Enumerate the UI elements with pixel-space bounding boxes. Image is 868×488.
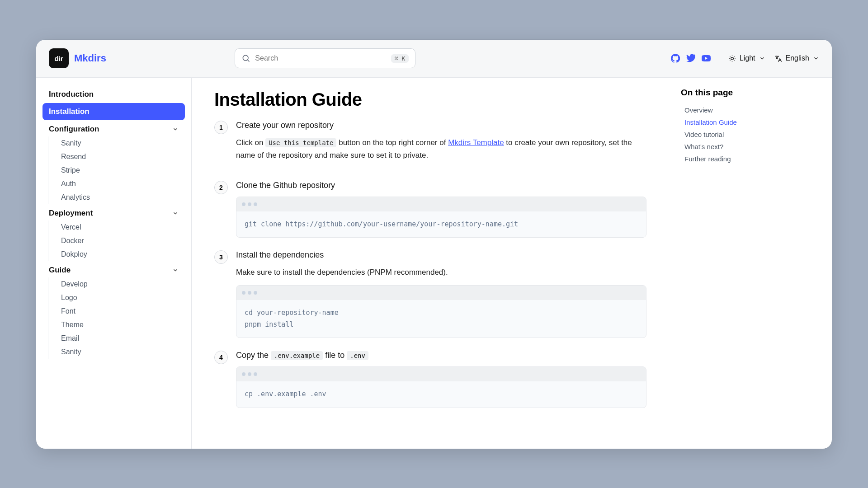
- page-title: Installation Guide: [214, 89, 646, 110]
- toc-item[interactable]: What's next?: [681, 141, 820, 153]
- theme-selector[interactable]: Light: [728, 54, 765, 62]
- step-number: 4: [214, 351, 228, 364]
- logo-area[interactable]: dir Mkdirs: [49, 48, 106, 68]
- inline-code: .env.example: [271, 351, 323, 360]
- code-block: cp .env.example .env: [236, 366, 646, 408]
- sidebar-subitem-stripe[interactable]: Stripe: [57, 164, 185, 177]
- code-bar: [236, 367, 646, 381]
- brand-name: Mkdirs: [74, 52, 106, 64]
- language-selector[interactable]: English: [774, 54, 819, 62]
- sidebar-section-deployment[interactable]: Deployment: [42, 204, 185, 221]
- sidebar-subitem-theme[interactable]: Theme: [57, 318, 185, 332]
- step-2: 2 Clone the Github repository git clone …: [214, 181, 646, 238]
- body: IntroductionInstallationConfigurationSan…: [36, 78, 832, 449]
- step-number: 3: [214, 250, 228, 264]
- youtube-icon[interactable]: [702, 54, 711, 63]
- sidebar-subitem-docker[interactable]: Docker: [57, 234, 185, 248]
- code-content[interactable]: git clone https://github.com/your-userna…: [236, 211, 646, 238]
- chevron-down-icon: [813, 55, 819, 61]
- toc-item[interactable]: Further reading: [681, 153, 820, 165]
- header: dir Mkdirs ⌘ K Light English: [36, 40, 832, 78]
- sidebar-subitem-font[interactable]: Font: [57, 305, 185, 318]
- step-number: 1: [214, 121, 228, 134]
- search-box[interactable]: ⌘ K: [235, 48, 415, 68]
- chevron-down-icon: [172, 126, 179, 132]
- step-number: 2: [214, 181, 228, 194]
- step-title: Install the dependencies: [236, 250, 646, 260]
- code-block: cd your-repository-name pnpm install: [236, 285, 646, 338]
- sidebar: IntroductionInstallationConfigurationSan…: [36, 78, 192, 449]
- chevron-down-icon: [759, 55, 765, 61]
- translate-icon: [774, 55, 782, 62]
- template-link[interactable]: Mkdirs Template: [448, 138, 504, 147]
- sidebar-subitem-auth[interactable]: Auth: [57, 177, 185, 191]
- toc-item[interactable]: Overview: [681, 104, 820, 116]
- chevron-down-icon: [172, 210, 179, 216]
- sun-icon: [728, 55, 736, 62]
- code-bar: [236, 197, 646, 211]
- sidebar-section-configuration[interactable]: Configuration: [42, 120, 185, 136]
- step-text: Make sure to install the dependencies (P…: [236, 266, 646, 279]
- step-1: 1 Create your own repository Click on Us…: [214, 121, 646, 168]
- step-text: Click on Use this template button on the…: [236, 136, 646, 162]
- github-icon[interactable]: [671, 54, 680, 63]
- sidebar-subitem-dokploy[interactable]: Dokploy: [57, 248, 185, 261]
- inline-code: Use this template: [265, 138, 336, 147]
- svg-point-1: [731, 57, 733, 60]
- search-icon: [241, 54, 250, 63]
- step-title: Clone the Github repository: [236, 181, 646, 190]
- social-icons: [671, 54, 719, 63]
- sidebar-item-installation[interactable]: Installation: [42, 103, 185, 120]
- main-content: Installation Guide 1 Create your own rep…: [192, 78, 669, 449]
- app-window: dir Mkdirs ⌘ K Light English: [36, 40, 832, 449]
- sidebar-subitem-sanity[interactable]: Sanity: [57, 345, 185, 359]
- logo-icon: dir: [49, 48, 69, 68]
- twitter-icon[interactable]: [686, 54, 695, 63]
- sidebar-item-introduction[interactable]: Introduction: [42, 86, 185, 103]
- code-content[interactable]: cd your-repository-name pnpm install: [236, 300, 646, 338]
- code-bar: [236, 286, 646, 300]
- inline-code: .env: [347, 351, 368, 360]
- search-input[interactable]: [255, 54, 387, 62]
- search-shortcut: ⌘ K: [391, 54, 409, 63]
- step-3: 3 Install the dependencies Make sure to …: [214, 250, 646, 338]
- sidebar-subitem-analytics[interactable]: Analytics: [57, 191, 185, 204]
- header-right: Light English: [671, 54, 819, 63]
- code-block: git clone https://github.com/your-userna…: [236, 197, 646, 238]
- sidebar-subitem-develop[interactable]: Develop: [57, 277, 185, 291]
- code-content[interactable]: cp .env.example .env: [236, 381, 646, 408]
- sidebar-subitem-resend[interactable]: Resend: [57, 150, 185, 164]
- sidebar-subitem-vercel[interactable]: Vercel: [57, 221, 185, 234]
- sidebar-subitem-logo[interactable]: Logo: [57, 291, 185, 305]
- svg-point-0: [243, 55, 249, 61]
- toc-item[interactable]: Installation Guide: [681, 116, 820, 128]
- step-title: Copy the .env.example file to .env: [236, 351, 646, 360]
- toc-item[interactable]: Video tutorial: [681, 128, 820, 141]
- theme-label: Light: [740, 54, 755, 62]
- language-label: English: [786, 54, 809, 62]
- toc-heading: On this page: [681, 88, 820, 98]
- chevron-down-icon: [172, 267, 179, 273]
- sidebar-section-guide[interactable]: Guide: [42, 261, 185, 277]
- table-of-contents: On this page OverviewInstallation GuideV…: [669, 78, 832, 449]
- sidebar-subitem-sanity[interactable]: Sanity: [57, 136, 185, 150]
- step-title: Create your own repository: [236, 121, 646, 130]
- step-4: 4 Copy the .env.example file to .env cp …: [214, 351, 646, 408]
- sidebar-subitem-email[interactable]: Email: [57, 332, 185, 345]
